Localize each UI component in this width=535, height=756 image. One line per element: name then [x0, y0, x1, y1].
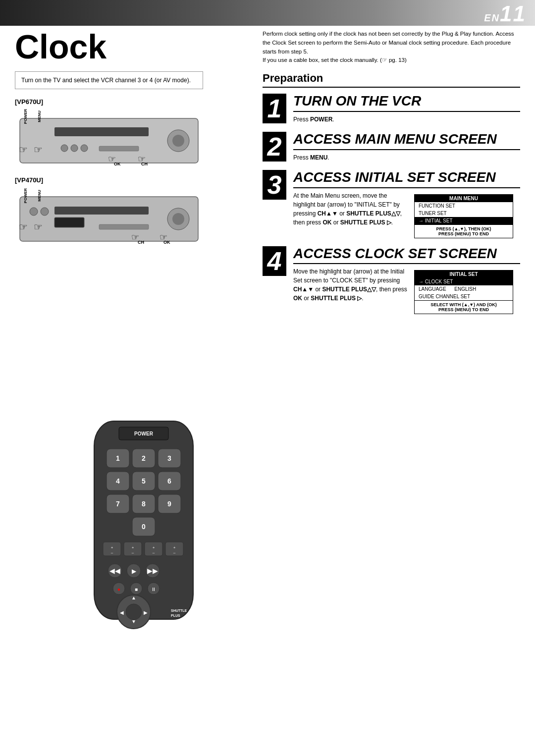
- svg-text:◀◀: ◀◀: [109, 567, 120, 575]
- svg-rect-23: [99, 224, 149, 229]
- intro-text: Perform clock setting only if the clock …: [263, 30, 520, 65]
- intro-box: Turn on the TV and select the VCR channe…: [15, 71, 203, 89]
- svg-text:7: 7: [116, 500, 120, 508]
- step-4-number: 4: [263, 246, 286, 276]
- svg-point-5: [71, 145, 78, 152]
- step-4-body: Move the highlight bar (arrow) at the In…: [293, 267, 407, 303]
- step-3-body: At the Main Menu screen, move the highli…: [293, 191, 407, 227]
- svg-text:▶: ▶: [132, 568, 137, 575]
- page-title: Clock: [15, 30, 228, 63]
- step-4-screen: INITIAL SET → CLOCK SET LANGUAGE ENGLISH…: [414, 267, 513, 314]
- svg-point-4: [61, 145, 68, 152]
- svg-text:PLUS: PLUS: [171, 614, 180, 617]
- step-1-number: 1: [263, 94, 286, 123]
- step-2-block: 2 ACCESS MAIN MENU SCREEN Press MENU.: [263, 132, 520, 162]
- svg-text:+: +: [111, 545, 113, 550]
- step-4-screen-item-3: GUIDE CHANNEL SET: [415, 293, 513, 300]
- svg-point-80: [126, 604, 142, 620]
- svg-text:6: 6: [167, 477, 171, 485]
- svg-text:☞: ☞: [131, 232, 139, 242]
- svg-text:–: –: [173, 550, 176, 555]
- svg-point-20: [172, 213, 184, 225]
- svg-text:–: –: [111, 550, 113, 555]
- svg-text:⏸: ⏸: [151, 587, 156, 592]
- step-3-number: 3: [263, 170, 286, 200]
- svg-text:0: 0: [142, 523, 146, 531]
- svg-rect-7: [99, 146, 139, 151]
- step-4-content: ACCESS CLOCK SET SCREEN Move the highlig…: [288, 246, 520, 315]
- step-4-block: 4 ACCESS CLOCK SET SCREEN Move the highl…: [263, 246, 520, 315]
- svg-text:OK: OK: [166, 625, 172, 629]
- svg-rect-17: [54, 207, 149, 215]
- right-column: Perform clock setting only if the clock …: [263, 30, 520, 322]
- svg-rect-1: [54, 127, 149, 136]
- svg-text:☞: ☞: [160, 232, 167, 242]
- step-3-screen: MAIN MENU FUNCTION SET TUNER SET → INITI…: [414, 191, 513, 238]
- step-2-content: ACCESS MAIN MENU SCREEN Press MENU.: [288, 132, 520, 162]
- step-3-title: ACCESS INITIAL SET SCREEN: [293, 170, 520, 188]
- step-4-screen-item-2: LANGUAGE ENGLISH: [415, 285, 513, 293]
- step-3-screen-item-1: FUNCTION SET: [415, 202, 513, 210]
- preparation-heading: Preparation: [263, 72, 520, 88]
- svg-text:☞: ☞: [19, 144, 28, 155]
- svg-text:POWER: POWER: [23, 188, 28, 203]
- svg-text:–: –: [153, 550, 155, 555]
- svg-text:SHUTTLE: SHUTTLE: [171, 609, 187, 612]
- step-3-number-col: 3: [263, 170, 288, 238]
- left-column: Clock Turn on the TV and select the VCR …: [15, 30, 228, 255]
- svg-text:–: –: [132, 550, 134, 555]
- svg-point-3: [172, 135, 184, 147]
- svg-text:+: +: [132, 545, 134, 550]
- svg-text:☞: ☞: [138, 154, 146, 164]
- svg-point-21: [30, 208, 38, 216]
- svg-text:●: ●: [117, 587, 120, 592]
- svg-text:▼: ▼: [131, 619, 136, 624]
- step-2-title: ACCESS MAIN MENU SCREEN: [293, 132, 520, 150]
- svg-text:1: 1: [116, 454, 120, 462]
- page-label: EN11: [484, 3, 526, 25]
- step-3-content: ACCESS INITIAL SET SCREEN At the Main Me…: [288, 170, 520, 238]
- svg-text:3: 3: [167, 454, 171, 462]
- model-label-vp470u: [VP470U]: [15, 176, 228, 184]
- svg-text:2: 2: [142, 454, 146, 462]
- svg-text:☞: ☞: [34, 144, 43, 155]
- svg-text:9: 9: [167, 500, 171, 508]
- svg-text:POWER: POWER: [23, 109, 28, 124]
- svg-rect-18: [54, 217, 84, 227]
- remote-illustration: POWER 1 2 3 4 5 6 7 8 9 0: [79, 416, 213, 631]
- svg-point-22: [41, 208, 49, 216]
- step-1-title: TURN ON THE VCR: [293, 94, 520, 112]
- svg-text:■: ■: [135, 587, 138, 592]
- svg-point-6: [81, 145, 88, 152]
- step-2-number-col: 2: [263, 132, 288, 162]
- step-4-title: ACCESS CLOCK SET SCREEN: [293, 246, 520, 265]
- step-3-screen-item-3: → INITIAL SET: [415, 217, 513, 224]
- svg-text:+: +: [153, 545, 155, 550]
- svg-text:MENU: MENU: [97, 625, 109, 629]
- step-4-number-col: 4: [263, 246, 288, 315]
- svg-text:▶▶: ▶▶: [147, 567, 158, 575]
- svg-text:4: 4: [116, 477, 120, 485]
- step-2-number: 2: [263, 132, 286, 162]
- step-3-screen-note: PRESS (▲,▼), THEN (OK)PRESS (MENU) TO EN…: [415, 224, 513, 238]
- step-4-screen-item-1: → CLOCK SET: [415, 278, 513, 285]
- svg-text:POWER: POWER: [134, 431, 154, 436]
- vcr-illustration-vp470u: POWER ☞ MENU ☞ CH ☞ OK ☞: [15, 187, 228, 248]
- step-1-block: 1 TURN ON THE VCR Press POWER.: [263, 94, 520, 124]
- step-3-screen-item-2: TUNER SET: [415, 210, 513, 217]
- svg-text:☞: ☞: [108, 154, 116, 164]
- step-1-content: TURN ON THE VCR Press POWER.: [288, 94, 520, 124]
- model-label-vp670u: [VP670U]: [15, 98, 228, 106]
- svg-text:☞: ☞: [34, 221, 43, 232]
- step-1-number-col: 1: [263, 94, 288, 124]
- step-4-screen-note: SELECT WITH (▲,▼) AND (OK)PRESS (MENU) T…: [415, 300, 513, 314]
- svg-text:5: 5: [142, 477, 146, 485]
- header-bar: EN11: [0, 0, 535, 26]
- svg-text:☞: ☞: [19, 221, 28, 232]
- vcr-illustration-vp670u: POWER ☞ MENU ☞ OK ☞ CH ☞: [15, 108, 228, 169]
- svg-text:8: 8: [142, 500, 146, 508]
- step-1-body: Press POWER.: [293, 115, 520, 124]
- step-2-body: Press MENU.: [293, 153, 520, 162]
- svg-text:MENU: MENU: [37, 110, 42, 122]
- step-4-screen-title: INITIAL SET: [415, 270, 513, 278]
